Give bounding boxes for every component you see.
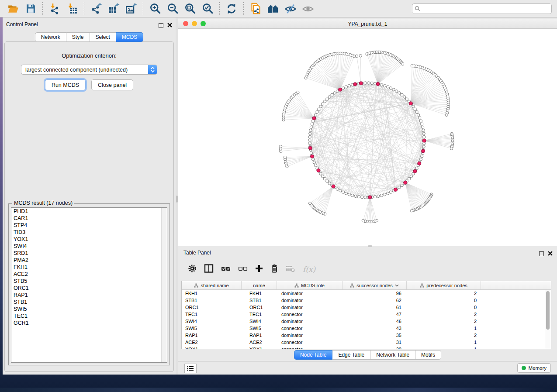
- table-row[interactable]: RAP1RAP1dominator352: [182, 332, 551, 339]
- mcds-result-item[interactable]: FKH1: [11, 264, 167, 271]
- export-image-icon[interactable]: [125, 3, 138, 15]
- float-table-panel-icon[interactable]: [539, 251, 544, 256]
- table-row[interactable]: SWI4SWI4dominator462: [182, 318, 551, 325]
- mcds-result-item[interactable]: CAR1: [11, 215, 167, 222]
- close-panel-button[interactable]: Close panel: [91, 79, 133, 90]
- table-cell: connector: [277, 311, 343, 318]
- table-cell: 0: [407, 304, 481, 311]
- select-all-icon[interactable]: [221, 265, 231, 274]
- mcds-result-item[interactable]: YOX1: [11, 236, 167, 243]
- list-icon: [187, 366, 194, 371]
- mcds-result-item[interactable]: STB5: [11, 278, 167, 285]
- search-input[interactable]: [412, 3, 552, 14]
- column-header-shared-name[interactable]: shared name: [182, 281, 242, 289]
- show-graphics-details-icon[interactable]: [301, 3, 315, 15]
- table-row[interactable]: ORC1ORC1dominator610: [182, 304, 551, 311]
- mcds-tab-content: Optimization criterion: largest connecte…: [4, 41, 174, 372]
- table-cell: 1: [407, 325, 481, 332]
- column-header-MCDS-role[interactable]: MCDS role: [277, 281, 343, 289]
- mcds-result-item[interactable]: SWI5: [11, 306, 167, 313]
- column-header-predecessor-nodes[interactable]: predecessor nodes: [407, 281, 481, 289]
- table-cell: ACE2: [182, 339, 242, 346]
- tab-edge-table[interactable]: Edge Table: [332, 350, 370, 360]
- tab-style[interactable]: Style: [66, 32, 90, 42]
- mcds-result-item[interactable]: SRD1: [11, 250, 167, 257]
- zoom-out-icon[interactable]: [166, 3, 179, 15]
- control-panel-title: Control Panel: [6, 21, 38, 28]
- memory-button[interactable]: Memory: [517, 363, 551, 373]
- network-canvas[interactable]: [178, 29, 557, 246]
- delete-column-icon[interactable]: [270, 264, 278, 275]
- mcds-result-item[interactable]: GCR1: [11, 320, 167, 327]
- table-row[interactable]: TEC1TEC1connector472: [182, 311, 551, 318]
- mcds-result-item[interactable]: TEC1: [11, 313, 167, 320]
- import-table-icon[interactable]: [66, 3, 79, 15]
- hide-graphics-details-icon[interactable]: [284, 3, 297, 15]
- column-selector-icon[interactable]: [204, 264, 214, 275]
- table-cell: YOX1: [242, 346, 277, 349]
- task-history-button[interactable]: [184, 364, 197, 373]
- table-scrollbar-thumb[interactable]: [546, 291, 550, 330]
- network-document-icon[interactable]: [249, 3, 262, 15]
- criterion-value: largest connected component (undirected): [21, 65, 148, 74]
- mcds-result-item[interactable]: PHD1: [11, 208, 167, 215]
- table-row[interactable]: ACE2ACE2connector311: [182, 339, 551, 346]
- mcds-result-item[interactable]: PMA2: [11, 257, 167, 264]
- column-header-name[interactable]: name: [242, 281, 277, 289]
- table-cell: connector: [277, 339, 343, 346]
- toolbar-separator: [243, 2, 244, 15]
- run-mcds-button[interactable]: Run MCDS: [45, 79, 86, 90]
- function-builder-icon[interactable]: f(x): [303, 265, 315, 274]
- binoculars-icon[interactable]: [266, 3, 280, 15]
- mcds-result-item[interactable]: ACE2: [11, 271, 167, 278]
- maximize-window-icon[interactable]: [201, 21, 206, 26]
- table-row[interactable]: FKH1FKH1dominator962: [182, 290, 551, 297]
- tab-network[interactable]: Network: [35, 32, 66, 42]
- table-row[interactable]: SWI5SWI5connector431: [182, 325, 551, 332]
- table-scrollbar[interactable]: [545, 290, 551, 349]
- mcds-result-item[interactable]: ORC1: [11, 285, 167, 292]
- mcds-result-item[interactable]: TID3: [11, 229, 167, 236]
- table-panel: Table Panel f(x): [178, 247, 557, 361]
- settings-gear-icon[interactable]: [188, 264, 197, 275]
- table-cell: 47: [343, 311, 407, 318]
- network-window-titlebar[interactable]: YPA_prune.txt_1: [178, 19, 557, 29]
- mcds-result-item[interactable]: RAP1: [11, 292, 167, 299]
- dropdown-stepper-icon: [148, 65, 157, 74]
- deselect-all-icon[interactable]: [238, 265, 248, 274]
- open-session-icon[interactable]: [7, 3, 20, 15]
- tab-select[interactable]: Select: [90, 32, 116, 42]
- float-panel-icon[interactable]: [159, 23, 163, 28]
- zoom-in-icon[interactable]: [149, 3, 162, 15]
- mcds-result-item[interactable]: STP4: [11, 222, 167, 229]
- column-type-icon: [420, 283, 424, 288]
- close-table-panel-icon[interactable]: [548, 250, 553, 258]
- export-network-icon[interactable]: [90, 3, 103, 15]
- close-panel-icon[interactable]: [167, 21, 172, 29]
- add-column-icon[interactable]: [255, 265, 263, 274]
- mcds-result-item[interactable]: SWI4: [11, 243, 167, 250]
- table-cell: dominator: [277, 304, 343, 311]
- mcds-result-item[interactable]: STB1: [11, 299, 167, 306]
- criterion-dropdown[interactable]: largest connected component (undirected): [21, 65, 157, 75]
- column-header-successor-nodes[interactable]: successor nodes: [343, 281, 407, 289]
- zoom-selected-icon[interactable]: [201, 3, 214, 15]
- save-session-icon[interactable]: [24, 3, 37, 15]
- zoom-fit-icon[interactable]: [183, 3, 197, 15]
- table-cell: 35: [343, 332, 407, 339]
- import-network-icon[interactable]: [48, 3, 61, 15]
- tab-network-table[interactable]: Network Table: [370, 350, 415, 360]
- table-cell: 2: [407, 318, 481, 325]
- table-row[interactable]: YOX1YOX1connector291: [182, 346, 551, 349]
- toolbar-search: [412, 3, 552, 14]
- tab-node-table[interactable]: Node Table: [294, 350, 333, 360]
- tab-mcds[interactable]: MCDS: [116, 32, 143, 42]
- table-cell: connector: [277, 346, 343, 349]
- close-window-icon[interactable]: [183, 21, 188, 26]
- table-row[interactable]: STB1STB1dominator620: [182, 297, 551, 304]
- minimize-window-icon[interactable]: [192, 21, 197, 26]
- tab-motifs[interactable]: Motifs: [415, 350, 441, 360]
- export-table-icon[interactable]: [107, 3, 120, 15]
- delete-table-icon[interactable]: [286, 265, 295, 274]
- refresh-icon[interactable]: [225, 3, 238, 15]
